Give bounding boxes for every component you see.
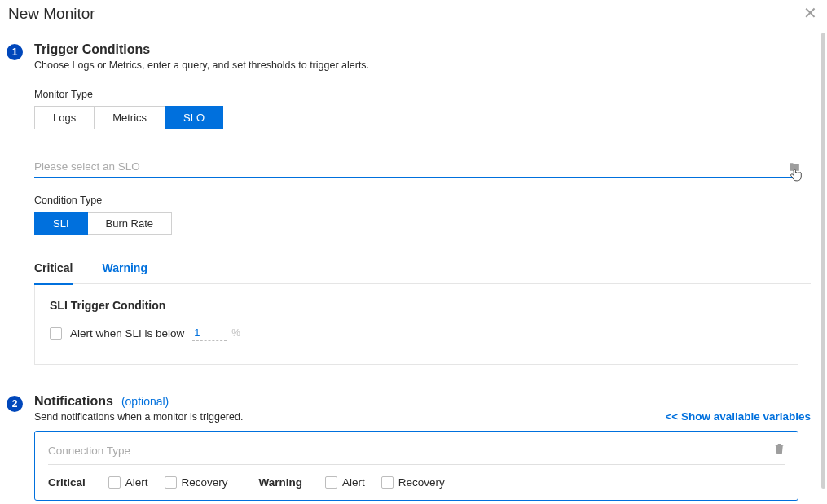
condition-type-burn-rate[interactable]: Burn Rate bbox=[88, 212, 173, 235]
sli-threshold-input[interactable] bbox=[192, 325, 227, 341]
warning-alert-checkbox[interactable] bbox=[325, 476, 337, 489]
optional-label: (optional) bbox=[121, 395, 169, 408]
folder-icon[interactable] bbox=[789, 162, 800, 172]
sli-alert-checkbox[interactable] bbox=[50, 327, 62, 340]
page-title: New Monitor bbox=[8, 5, 819, 23]
critical-alert-checkbox[interactable] bbox=[108, 476, 121, 489]
warning-alert-label: Alert bbox=[342, 476, 365, 489]
connection-type-placeholder: Connection Type bbox=[48, 445, 130, 457]
critical-label: Critical bbox=[48, 476, 86, 489]
warning-label: Warning bbox=[259, 476, 303, 489]
trash-icon[interactable] bbox=[774, 443, 785, 458]
trigger-unit: % bbox=[231, 327, 240, 339]
monitor-type-group: Logs Metrics SLO bbox=[34, 106, 811, 129]
critical-recovery-label: Recovery bbox=[182, 476, 228, 489]
notification-box: Connection Type Critical Alert Recovery … bbox=[34, 431, 798, 501]
show-variables-link[interactable]: << Show available variables bbox=[665, 410, 811, 423]
critical-alert-label: Alert bbox=[125, 476, 148, 489]
warning-recovery-label: Recovery bbox=[398, 476, 445, 489]
slo-placeholder: Please select an SLO bbox=[34, 160, 789, 173]
scrollbar[interactable] bbox=[821, 33, 825, 489]
condition-type-label: Condition Type bbox=[34, 195, 811, 206]
section-notifications: 2 Notifications (optional) Send notifica… bbox=[0, 365, 827, 501]
step-number-2: 2 bbox=[7, 396, 23, 412]
trigger-row: Alert when SLI is below % bbox=[50, 325, 783, 341]
condition-type-group: SLI Burn Rate bbox=[34, 212, 811, 235]
monitor-type-logs[interactable]: Logs bbox=[34, 106, 95, 129]
tab-critical[interactable]: Critical bbox=[34, 255, 73, 285]
trigger-panel: SLI Trigger Condition Alert when SLI is … bbox=[34, 284, 798, 365]
trigger-panel-title: SLI Trigger Condition bbox=[50, 299, 783, 312]
page-header: New Monitor bbox=[0, 0, 827, 31]
section-title-trigger: Trigger Conditions bbox=[34, 42, 811, 57]
monitor-type-metrics[interactable]: Metrics bbox=[95, 106, 165, 129]
section-desc-trigger: Choose Logs or Metrics, enter a query, a… bbox=[34, 59, 811, 71]
tab-warning[interactable]: Warning bbox=[102, 255, 147, 285]
warning-recovery-checkbox[interactable] bbox=[381, 476, 394, 489]
trigger-text: Alert when SLI is below bbox=[70, 327, 184, 340]
step-number-1: 1 bbox=[7, 44, 23, 60]
monitor-type-slo[interactable]: SLO bbox=[165, 106, 223, 129]
notification-checkboxes: Critical Alert Recovery Warning Alert bbox=[48, 476, 785, 489]
connection-type-select[interactable]: Connection Type bbox=[48, 440, 785, 465]
section-trigger-conditions: 1 Trigger Conditions Choose Logs or Metr… bbox=[0, 31, 827, 365]
monitor-type-label: Monitor Type bbox=[34, 89, 811, 100]
section-title-notifications: Notifications bbox=[34, 394, 113, 409]
cursor-hand-icon bbox=[790, 169, 802, 185]
severity-tabs: Critical Warning bbox=[34, 255, 811, 284]
slo-select[interactable]: Please select an SLO bbox=[34, 160, 800, 178]
condition-type-sli[interactable]: SLI bbox=[34, 212, 88, 235]
critical-recovery-checkbox[interactable] bbox=[165, 476, 177, 489]
section-desc-notifications: Send notifications when a monitor is tri… bbox=[34, 411, 243, 423]
close-icon[interactable]: ✕ bbox=[803, 3, 817, 23]
